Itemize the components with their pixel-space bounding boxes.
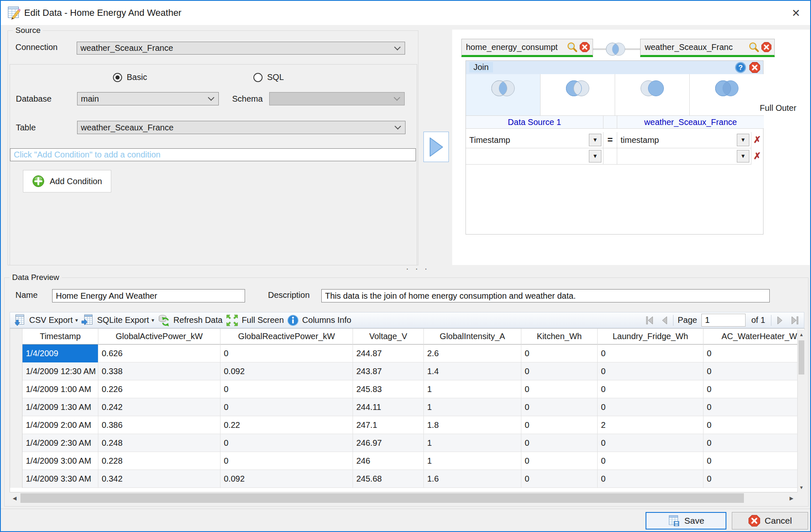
table-cell[interactable]: 0 [220, 345, 353, 362]
table-cell[interactable]: 243.87 [353, 362, 424, 380]
mapping-right-field[interactable]: timestamp ▼ [617, 132, 751, 148]
connection-select[interactable]: weather_Sceaux_France [77, 42, 405, 55]
column-header[interactable]: AC_WaterHeater_Wh [703, 329, 805, 345]
table-cell[interactable]: 0 [521, 398, 598, 416]
column-header[interactable]: Voltage_V [353, 329, 424, 345]
column-header[interactable]: Laundry_Fridge_Wh [598, 329, 703, 345]
table-cell[interactable]: 0.092 [220, 362, 353, 380]
table-cell[interactable]: 1/4/2009 1:30 AM [23, 398, 98, 416]
table-cell[interactable]: 0 [521, 345, 598, 362]
table-cell[interactable]: 2.6 [424, 345, 521, 362]
sqlite-export-button[interactable]: SQLite Export [81, 314, 149, 327]
dropdown-arrow-icon[interactable]: ▼ [589, 150, 601, 162]
next-page-icon[interactable] [773, 314, 786, 327]
remove-mapping-icon[interactable]: ✗ [753, 148, 762, 165]
database-select[interactable]: main [77, 92, 219, 105]
page-input[interactable] [701, 314, 746, 327]
table-cell[interactable]: 1 [424, 434, 521, 452]
add-condition-button[interactable]: Add Condition [23, 170, 111, 192]
row-selector[interactable] [10, 398, 23, 416]
table-cell[interactable]: 0 [598, 345, 703, 362]
remove-node-icon[interactable] [579, 42, 590, 52]
preview-magnifier-icon[interactable] [567, 42, 578, 52]
table-cell[interactable]: 0.342 [98, 470, 220, 488]
table-cell[interactable]: 0.338 [98, 362, 220, 380]
table-cell[interactable]: 0 [703, 452, 805, 470]
table-cell[interactable]: 0 [220, 380, 353, 398]
table-cell[interactable]: 0 [598, 470, 703, 488]
table-cell[interactable]: 0 [703, 470, 805, 488]
condition-input[interactable] [10, 148, 416, 161]
table-cell[interactable]: 0 [703, 345, 805, 362]
close-icon[interactable]: ✕ [786, 1, 806, 25]
prev-page-icon[interactable] [658, 314, 671, 327]
table-cell[interactable]: 1 [424, 380, 521, 398]
description-input[interactable] [321, 289, 770, 302]
table-cell[interactable]: 1/4/2009 12:30 AM [23, 362, 98, 380]
datasource-node-left[interactable]: home_energy_consumpt [461, 39, 593, 57]
join-type-full-outer[interactable]: Full Outer [690, 74, 764, 116]
table-cell[interactable]: 0 [521, 416, 598, 434]
table-cell[interactable]: 246.97 [353, 434, 424, 452]
csv-export-menu-icon[interactable]: ▾ [75, 317, 78, 323]
help-icon[interactable]: ? [735, 62, 746, 73]
table-cell[interactable]: 1.6 [424, 470, 521, 488]
table-cell[interactable]: 0.228 [98, 452, 220, 470]
scroll-down-icon[interactable]: ▼ [798, 482, 805, 492]
apply-to-join-button[interactable] [423, 132, 449, 162]
row-selector[interactable] [10, 434, 23, 452]
table-cell[interactable]: 0 [703, 362, 805, 380]
column-header[interactable]: GlobalIntensity_A [424, 329, 521, 345]
table-cell[interactable]: 0 [220, 452, 353, 470]
table-cell[interactable]: 0 [703, 416, 805, 434]
dropdown-arrow-icon[interactable]: ▼ [737, 134, 749, 146]
table-cell[interactable]: 0 [220, 434, 353, 452]
full-screen-button[interactable]: Full Screen [226, 314, 284, 327]
table-cell[interactable]: 0.242 [98, 398, 220, 416]
table-cell[interactable]: 0.248 [98, 434, 220, 452]
datasource-node-right[interactable]: weather_Sceaux_Franc [640, 39, 775, 57]
table-cell[interactable]: 0 [220, 398, 353, 416]
scroll-up-icon[interactable]: ▲ [798, 330, 805, 340]
mapping-left-field[interactable]: Timestamp ▼ [466, 132, 603, 148]
table-cell[interactable]: 245.68 [353, 470, 424, 488]
table-cell[interactable]: 0 [598, 362, 703, 380]
row-selector[interactable] [10, 380, 23, 398]
first-page-icon[interactable] [643, 314, 656, 327]
table-cell[interactable]: 1/4/2009 3:30 AM [23, 470, 98, 488]
row-selector[interactable] [10, 452, 23, 470]
preview-magnifier-icon[interactable] [748, 42, 759, 52]
column-header[interactable]: GlobalReactivePower_kW [220, 329, 353, 345]
table-select[interactable]: weather_Sceaux_France [77, 121, 406, 134]
vertical-scrollbar[interactable]: ▲ ▼ [797, 330, 805, 492]
save-button[interactable]: Save [646, 512, 726, 530]
table-cell[interactable]: 244.11 [353, 398, 424, 416]
table-cell[interactable]: 0 [703, 380, 805, 398]
table-cell[interactable]: 1/4/2009 3:00 AM [23, 452, 98, 470]
table-cell[interactable]: 0 [521, 380, 598, 398]
table-cell[interactable]: 0 [598, 452, 703, 470]
scroll-left-icon[interactable]: ◀ [10, 492, 20, 504]
sql-radio[interactable] [253, 73, 263, 82]
table-cell[interactable]: 245.83 [353, 380, 424, 398]
mapping-left-field[interactable]: ▼ [466, 148, 603, 165]
vertical-scroll-thumb[interactable] [798, 340, 804, 375]
table-cell[interactable]: 0.386 [98, 416, 220, 434]
dropdown-arrow-icon[interactable]: ▼ [589, 134, 601, 146]
row-selector[interactable] [10, 416, 23, 434]
column-header[interactable]: GlobalActivePower_kW [98, 329, 220, 345]
table-cell[interactable]: 1/4/2009 [23, 345, 98, 362]
table-cell[interactable]: 0 [598, 380, 703, 398]
table-cell[interactable]: 1/4/2009 2:30 AM [23, 434, 98, 452]
table-cell[interactable]: 0.226 [98, 380, 220, 398]
join-type-left[interactable]: Left [541, 74, 615, 116]
table-cell[interactable]: 246 [353, 452, 424, 470]
name-input[interactable] [52, 289, 245, 302]
table-cell[interactable]: 0 [521, 434, 598, 452]
remove-node-icon[interactable] [761, 42, 772, 52]
table-cell[interactable]: 0 [703, 398, 805, 416]
table-cell[interactable]: 1 [424, 452, 521, 470]
cancel-button[interactable]: Cancel [732, 512, 808, 530]
table-cell[interactable]: 0.22 [220, 416, 353, 434]
table-cell[interactable]: 1/4/2009 1:00 AM [23, 380, 98, 398]
